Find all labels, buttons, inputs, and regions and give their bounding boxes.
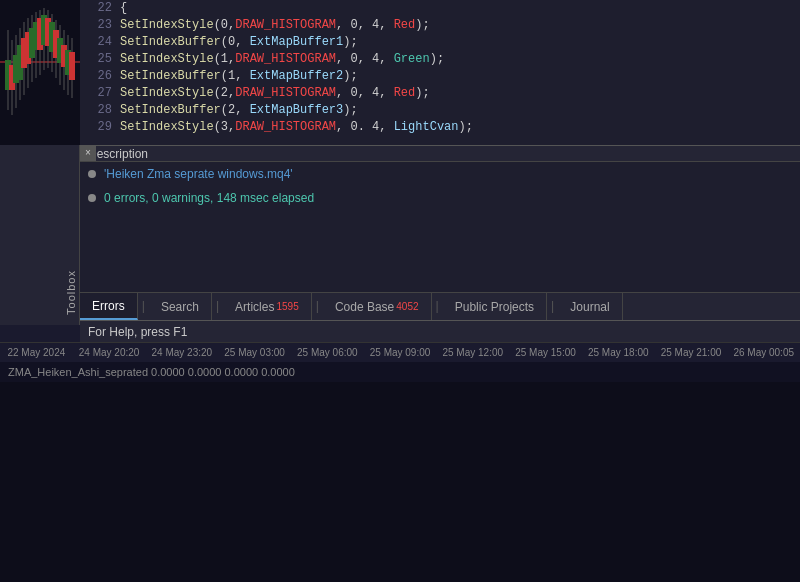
tab-search[interactable]: Search [149, 293, 212, 320]
line-number: 26 [84, 68, 112, 85]
desc-dot-status [88, 194, 96, 202]
desc-dot-file [88, 170, 96, 178]
line-number: 22 [84, 0, 112, 17]
line-content: SetIndexBuffer(2, ExtMapBuffer3); [120, 102, 358, 119]
line-content: SetIndexBuffer(1, ExtMapBuffer2); [120, 68, 358, 85]
tab-public-projects[interactable]: Public Projects [443, 293, 547, 320]
time-label: 26 May 00:05 [727, 347, 800, 358]
line-content: { [120, 0, 127, 17]
line-number: 29 [84, 119, 112, 136]
code-line: 27 SetIndexStyle(2,DRAW_HISTOGRAM, 0, 4,… [80, 85, 800, 102]
code-line: 29 SetIndexStyle(3,DRAW_HISTOGRAM, 0. 4,… [80, 119, 800, 136]
time-label: 24 May 20:20 [73, 347, 146, 358]
line-content: SetIndexStyle(3,DRAW_HISTOGRAM, 0. 4, Li… [120, 119, 473, 136]
desc-row-file: 'Heiken Zma seprate windows.mq4' [80, 162, 800, 186]
line-number: 24 [84, 34, 112, 51]
time-label: 25 May 12:00 [436, 347, 509, 358]
line-content: SetIndexStyle(0,DRAW_HISTOGRAM, 0, 4, Re… [120, 17, 430, 34]
line-number: 28 [84, 102, 112, 119]
lower-chart-area [0, 382, 800, 582]
bottom-indicator: ZMA_Heiken_Ashi_seprated 0.0000 0.0000 0… [8, 366, 295, 378]
code-line: 28 SetIndexBuffer(2, ExtMapBuffer3); [80, 102, 800, 119]
code-line: 23 SetIndexStyle(0,DRAW_HISTOGRAM, 0, 4,… [80, 17, 800, 34]
line-content: SetIndexBuffer(0, ExtMapBuffer1); [120, 34, 358, 51]
toolbox-panel: Toolbox [0, 145, 80, 325]
tab-label: Journal [570, 300, 609, 314]
tab-separator: | [138, 300, 149, 314]
tab-articles[interactable]: Articles1595 [223, 293, 312, 320]
time-label: 25 May 15:00 [509, 347, 582, 358]
tab-separator: | [212, 300, 223, 314]
code-line: 24 SetIndexBuffer(0, ExtMapBuffer1); [80, 34, 800, 51]
time-axis: 22 May 202424 May 20:2024 May 23:2025 Ma… [0, 342, 800, 362]
tab-errors[interactable]: Errors [80, 293, 138, 320]
desc-text-file: 'Heiken Zma seprate windows.mq4' [104, 165, 293, 183]
time-label: 24 May 23:20 [145, 347, 218, 358]
description-label: Description [88, 147, 148, 161]
tab-separator: | [312, 300, 323, 314]
bottom-strip: ZMA_Heiken_Ashi_seprated 0.0000 0.0000 0… [0, 362, 800, 382]
code-line: 22{ [80, 0, 800, 17]
code-lines: 22{23 SetIndexStyle(0,DRAW_HISTOGRAM, 0,… [80, 0, 800, 136]
code-editor: 22{23 SetIndexStyle(0,DRAW_HISTOGRAM, 0,… [80, 0, 800, 145]
candle-chart [0, 0, 80, 145]
tab-label: Search [161, 300, 199, 314]
line-content: SetIndexStyle(1,DRAW_HISTOGRAM, 0, 4, Gr… [120, 51, 444, 68]
tab-label: Code Base [335, 300, 394, 314]
tab-badge: 4052 [396, 301, 418, 312]
tab-separator: | [432, 300, 443, 314]
tab-code-base[interactable]: Code Base4052 [323, 293, 432, 320]
panel-header: Description [80, 145, 800, 162]
status-text: For Help, press F1 [88, 325, 187, 339]
code-line: 26 SetIndexBuffer(1, ExtMapBuffer2); [80, 68, 800, 85]
time-label: 25 May 21:00 [655, 347, 728, 358]
line-number: 25 [84, 51, 112, 68]
desc-text-status: 0 errors, 0 warnings, 148 msec elapsed [104, 189, 314, 207]
time-label: 25 May 09:00 [364, 347, 437, 358]
tab-badge: 1595 [276, 301, 298, 312]
line-number: 27 [84, 85, 112, 102]
tab-label: Public Projects [455, 300, 534, 314]
line-content: SetIndexStyle(2,DRAW_HISTOGRAM, 0, 4, Re… [120, 85, 430, 102]
code-line: 25 SetIndexStyle(1,DRAW_HISTOGRAM, 0, 4,… [80, 51, 800, 68]
tab-label: Errors [92, 299, 125, 313]
time-label: 25 May 18:00 [582, 347, 655, 358]
line-number: 23 [84, 17, 112, 34]
time-label: 22 May 2024 [0, 347, 73, 358]
close-button[interactable]: × [80, 145, 96, 161]
toolbox-label: Toolbox [65, 270, 77, 315]
tab-separator: | [547, 300, 558, 314]
status-bar: For Help, press F1 [80, 320, 800, 342]
tab-label: Articles [235, 300, 274, 314]
tab-journal[interactable]: Journal [558, 293, 622, 320]
tabs-area: Errors|Search|Articles1595|Code Base4052… [80, 292, 800, 320]
description-area: 'Heiken Zma seprate windows.mq4' 0 error… [80, 162, 800, 292]
time-label: 25 May 06:00 [291, 347, 364, 358]
svg-rect-35 [69, 52, 75, 80]
time-label: 25 May 03:00 [218, 347, 291, 358]
desc-row-status: 0 errors, 0 warnings, 148 msec elapsed [80, 186, 800, 210]
